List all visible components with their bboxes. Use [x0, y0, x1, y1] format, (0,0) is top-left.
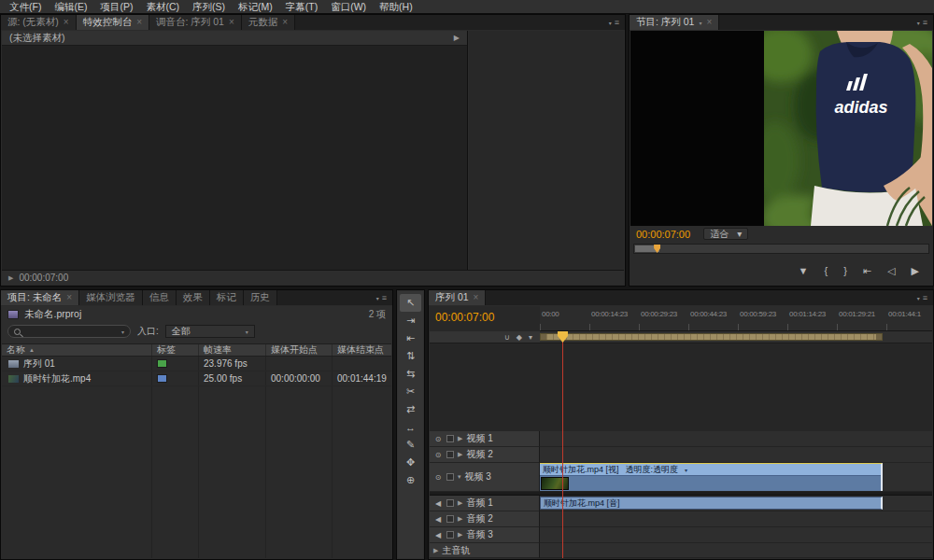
work-area-bar[interactable]: [540, 333, 883, 341]
track-lane[interactable]: [540, 447, 932, 463]
chevron-down-icon[interactable]: ▾: [121, 329, 124, 335]
label-color-chip[interactable]: [157, 374, 167, 383]
toggle-track-output-icon[interactable]: ⊙: [433, 451, 443, 459]
hand-tool[interactable]: ✥: [398, 454, 423, 471]
program-scrubber[interactable]: [633, 244, 929, 254]
video-clip[interactable]: 顺时针加花.mp4 [视] 透明度:透明度 ▾: [540, 463, 883, 491]
track-lane[interactable]: 顺时针加花.mp4 [音]: [540, 496, 932, 511]
search-input[interactable]: ▾: [7, 325, 131, 338]
tab-audio-mixer[interactable]: 调音台: 序列 01 ×: [149, 15, 242, 30]
expand-track-icon[interactable]: ▶: [458, 515, 462, 523]
tab-sequence-01[interactable]: 序列 01 ×: [429, 290, 486, 305]
zoom-level-select[interactable]: 适合 ▾: [703, 228, 748, 240]
tab-effect-controls[interactable]: 特效控制台 ×: [77, 15, 149, 30]
track-header[interactable]: ⊙ ▾ 视频 3: [430, 463, 540, 492]
tab-effects[interactable]: 效果: [177, 290, 210, 305]
menu-marker[interactable]: 标记(M): [232, 0, 279, 14]
snap-icon[interactable]: ∪: [504, 333, 510, 342]
add-marker-button[interactable]: ▼: [799, 266, 809, 276]
speaker-icon[interactable]: ◀: [433, 499, 443, 508]
expand-track-icon[interactable]: ▶: [458, 451, 462, 458]
razor-tool[interactable]: ✂: [398, 383, 423, 400]
panel-menu-icon[interactable]: ≡: [382, 293, 387, 302]
program-current-timecode[interactable]: 00:00:07:00: [636, 229, 690, 240]
track-lane[interactable]: [540, 431, 932, 447]
tab-close-icon[interactable]: ×: [64, 18, 69, 27]
menu-edit[interactable]: 编辑(E): [48, 0, 93, 14]
ripple-edit-tool[interactable]: ⇤: [398, 329, 423, 347]
tab-close-icon[interactable]: ×: [66, 293, 72, 302]
track-header[interactable]: ◀ ▶ 音频 1: [430, 496, 540, 511]
pen-tool[interactable]: ✎: [398, 436, 423, 454]
track-select-tool[interactable]: ⇥: [398, 312, 423, 329]
selection-tool[interactable]: ↖: [400, 294, 421, 312]
column-media-end[interactable]: 媒体结束点: [332, 344, 391, 356]
zoom-tool[interactable]: ⊕: [398, 471, 423, 489]
label-color-chip[interactable]: [157, 359, 167, 368]
toggle-track-output-icon[interactable]: ⊙: [433, 435, 443, 443]
menu-clip[interactable]: 素材(C): [139, 0, 186, 14]
track-lane[interactable]: [540, 511, 932, 527]
menu-help[interactable]: 帮助(H): [373, 0, 419, 14]
show-keyframe-area-icon[interactable]: ▶: [454, 34, 460, 42]
lock-track-icon[interactable]: [446, 451, 454, 458]
table-row[interactable]: 序列 01 23.976 fps: [2, 357, 391, 371]
column-frame-rate[interactable]: 帧速率: [198, 344, 265, 356]
track-header[interactable]: ⊙ ▶ 视频 1: [430, 431, 540, 447]
track-lane[interactable]: [540, 527, 932, 543]
expand-track-icon[interactable]: ▶: [458, 531, 462, 539]
tab-program-monitor[interactable]: 节目: 序列 01 ▾ ×: [630, 15, 719, 30]
rolling-edit-tool[interactable]: ⇅: [398, 347, 423, 365]
track-lane[interactable]: 顺时针加花.mp4 [视] 透明度:透明度 ▾: [540, 463, 932, 492]
column-label-color[interactable]: 标签: [151, 344, 198, 356]
lock-track-icon[interactable]: [446, 515, 454, 523]
chevron-down-icon[interactable]: ▾: [699, 20, 701, 26]
audio-clip[interactable]: 顺时针加花.mp4 [音]: [540, 497, 883, 510]
tab-metadata[interactable]: 元数据 ×: [242, 15, 295, 30]
timeline-current-timecode[interactable]: 00:00:07:00: [435, 311, 494, 324]
collapse-track-icon[interactable]: ▾: [458, 473, 461, 481]
play-button[interactable]: ▶: [912, 266, 919, 276]
mark-out-button[interactable]: }: [843, 266, 847, 276]
toggle-track-output-icon[interactable]: ⊙: [433, 473, 443, 482]
column-name[interactable]: 名称 ▲: [2, 344, 151, 356]
clip-effect-label[interactable]: 透明度:透明度: [626, 464, 679, 475]
slip-tool[interactable]: ⇄: [398, 400, 423, 418]
go-to-in-button[interactable]: ⇤: [863, 266, 871, 276]
track-header[interactable]: ▶ 主音轨: [430, 543, 540, 558]
set-marker-icon[interactable]: ◆: [517, 333, 522, 342]
track-header[interactable]: ⊙ ▶ 视频 2: [430, 447, 540, 463]
lock-track-icon[interactable]: [446, 435, 454, 442]
effect-controls-timecode[interactable]: 00:00:07:00: [19, 273, 68, 283]
panel-menu-icon[interactable]: ≡: [615, 18, 619, 27]
tab-close-icon[interactable]: ×: [282, 18, 288, 27]
filter-select[interactable]: 全部 ▾: [165, 325, 255, 338]
tab-close-icon[interactable]: ×: [229, 18, 234, 27]
step-back-button[interactable]: ◁: [887, 266, 895, 276]
menu-file[interactable]: 文件(F): [3, 0, 48, 14]
tab-close-icon[interactable]: ×: [706, 18, 712, 27]
tab-markers[interactable]: 标记: [210, 290, 244, 305]
rate-stretch-tool[interactable]: ⇆: [398, 365, 423, 383]
expand-track-icon[interactable]: ▶: [458, 435, 462, 442]
chevron-down-icon[interactable]: ▾: [529, 333, 532, 342]
lock-track-icon[interactable]: [446, 473, 454, 481]
menu-sequence[interactable]: 序列(S): [186, 0, 232, 14]
expand-track-icon[interactable]: ▶: [433, 547, 438, 554]
column-media-start[interactable]: 媒体开始点: [265, 344, 332, 356]
tab-project[interactable]: 项目: 未命名 ×: [1, 290, 79, 305]
slide-tool[interactable]: ↔: [398, 418, 423, 436]
mark-in-button[interactable]: {: [824, 266, 828, 276]
track-lane[interactable]: [540, 543, 932, 558]
panel-menu-icon[interactable]: ≡: [923, 18, 927, 27]
tab-info[interactable]: 信息: [143, 290, 177, 305]
menu-title[interactable]: 字幕(T): [279, 0, 324, 14]
time-ruler[interactable]: 00:00 00:00:14:23 00:00:29:23 00:00:44:2…: [540, 306, 932, 331]
track-header[interactable]: ◀ ▶ 音频 3: [430, 527, 540, 543]
chevron-down-icon[interactable]: ▾: [685, 467, 687, 473]
tab-source-monitor[interactable]: 源: (无素材) ×: [1, 15, 77, 30]
menu-project[interactable]: 项目(P): [93, 0, 139, 14]
tab-close-icon[interactable]: ×: [474, 293, 479, 302]
expand-track-icon[interactable]: ▶: [458, 499, 462, 507]
panel-menu-icon[interactable]: ≡: [923, 293, 927, 302]
